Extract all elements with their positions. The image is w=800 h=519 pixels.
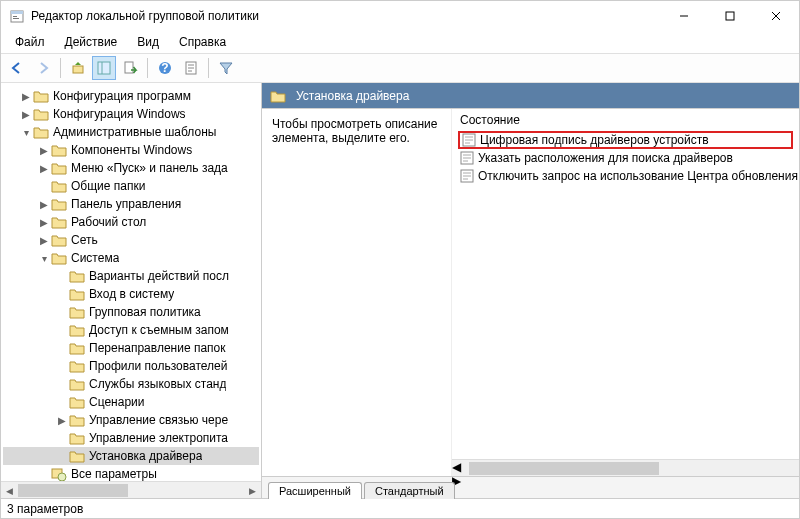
svg-rect-3	[13, 18, 19, 19]
tab-extended[interactable]: Расширенный	[268, 482, 362, 499]
scroll-right-icon[interactable]: ▶	[244, 482, 261, 498]
tree-pane: ▶Конфигурация программ ▶Конфигурация Win…	[1, 83, 262, 498]
forward-button[interactable]	[31, 56, 55, 80]
setting-icon	[462, 133, 476, 147]
tree[interactable]: ▶Конфигурация программ ▶Конфигурация Win…	[1, 83, 261, 481]
folder-icon	[51, 197, 67, 211]
up-button[interactable]	[66, 56, 90, 80]
chevron-right-icon[interactable]: ▶	[37, 235, 51, 246]
settings-list[interactable]: Цифровая подпись драйверов устройств Ука…	[452, 131, 799, 459]
tree-item[interactable]: ▶Меню «Пуск» и панель зада	[3, 159, 259, 177]
tree-item[interactable]: ▶Компоненты Windows	[3, 141, 259, 159]
tree-horizontal-scrollbar[interactable]: ◀ ▶	[1, 481, 261, 498]
svg-rect-2	[13, 16, 17, 17]
menu-help[interactable]: Справка	[171, 33, 234, 51]
folder-icon	[69, 287, 85, 301]
maximize-button[interactable]	[707, 1, 753, 31]
export-button[interactable]	[118, 56, 142, 80]
list-horizontal-scrollbar[interactable]: ◀ ▶	[452, 459, 799, 476]
svg-rect-8	[73, 66, 83, 73]
tree-item[interactable]: Общие папки	[3, 177, 259, 195]
chevron-right-icon[interactable]: ▶	[37, 163, 51, 174]
folder-icon	[69, 305, 85, 319]
folder-icon	[51, 233, 67, 247]
close-button[interactable]	[753, 1, 799, 31]
chevron-down-icon[interactable]: ▾	[37, 253, 51, 264]
help-button[interactable]: ?	[153, 56, 177, 80]
detail-header: Установка драйвера	[262, 83, 799, 109]
svg-rect-1	[11, 11, 23, 14]
folder-icon	[69, 359, 85, 373]
menu-view[interactable]: Вид	[129, 33, 167, 51]
list-item-label: Цифровая подпись драйверов устройств	[480, 133, 709, 147]
tree-item[interactable]: Управление электропита	[3, 429, 259, 447]
minimize-button[interactable]	[661, 1, 707, 31]
setting-icon	[460, 151, 474, 165]
column-header-state[interactable]: Состояние	[452, 109, 799, 131]
scroll-right-icon[interactable]: ▶	[452, 474, 799, 488]
tree-item[interactable]: Перенаправление папок	[3, 339, 259, 357]
main-area: ▶Конфигурация программ ▶Конфигурация Win…	[1, 83, 799, 498]
tree-item[interactable]: Доступ к съемным запом	[3, 321, 259, 339]
description-text: Чтобы просмотреть описание элемента, выд…	[272, 117, 437, 145]
tree-item[interactable]: ▶Панель управления	[3, 195, 259, 213]
tree-item[interactable]: ▶Сеть	[3, 231, 259, 249]
folder-icon	[33, 89, 49, 103]
detail-header-title: Установка драйвера	[296, 89, 409, 103]
chevron-right-icon[interactable]: ▶	[37, 217, 51, 228]
tree-item[interactable]: Службы языковых станд	[3, 375, 259, 393]
tree-item[interactable]: Групповая политика	[3, 303, 259, 321]
scroll-left-icon[interactable]: ◀	[1, 482, 18, 498]
folder-icon	[69, 269, 85, 283]
svg-rect-11	[125, 62, 133, 73]
chevron-right-icon[interactable]: ▶	[19, 109, 33, 120]
chevron-right-icon[interactable]: ▶	[37, 145, 51, 156]
tree-item[interactable]: ▶Конфигурация программ	[3, 87, 259, 105]
tree-item[interactable]: Варианты действий посл	[3, 267, 259, 285]
tree-item[interactable]: Сценарии	[3, 393, 259, 411]
back-button[interactable]	[5, 56, 29, 80]
folder-icon	[69, 323, 85, 337]
tree-item[interactable]: ▶Конфигурация Windows	[3, 105, 259, 123]
folder-icon	[69, 431, 85, 445]
svg-rect-9	[98, 62, 110, 74]
chevron-right-icon[interactable]: ▶	[37, 199, 51, 210]
tree-item[interactable]: ▶Рабочий стол	[3, 213, 259, 231]
list-panel: Состояние Цифровая подпись драйверов уст…	[452, 109, 799, 476]
tab-standard[interactable]: Стандартный	[364, 482, 455, 499]
list-item-highlighted[interactable]: Цифровая подпись драйверов устройств	[458, 131, 793, 149]
show-hide-tree-button[interactable]	[92, 56, 116, 80]
list-item-label: Указать расположения для поиска драйверо…	[478, 151, 733, 165]
list-item-label: Отключить запрос на использование Центра…	[478, 169, 798, 183]
chevron-right-icon[interactable]: ▶	[19, 91, 33, 102]
list-item[interactable]: Указать расположения для поиска драйверо…	[458, 149, 793, 167]
tree-item-selected[interactable]: Установка драйвера	[3, 447, 259, 465]
svg-text:?: ?	[161, 61, 168, 75]
properties-button[interactable]	[179, 56, 203, 80]
chevron-right-icon[interactable]: ▶	[55, 415, 69, 426]
menu-file[interactable]: Файл	[7, 33, 53, 51]
scrollbar-thumb[interactable]	[18, 484, 128, 497]
tree-item[interactable]: Все параметры	[3, 465, 259, 481]
tree-item[interactable]: Профили пользователей	[3, 357, 259, 375]
window-title: Редактор локальной групповой политики	[31, 9, 661, 23]
filter-button[interactable]	[214, 56, 238, 80]
tree-item[interactable]: Вход в систему	[3, 285, 259, 303]
folder-icon	[33, 125, 49, 139]
setting-icon	[460, 169, 474, 183]
scrollbar-thumb[interactable]	[469, 462, 659, 475]
folder-icon	[51, 251, 67, 265]
menu-action[interactable]: Действие	[57, 33, 126, 51]
folder-icon	[69, 449, 85, 463]
description-panel: Чтобы просмотреть описание элемента, выд…	[262, 109, 452, 476]
svg-point-19	[58, 473, 66, 481]
tree-item[interactable]: ▾Административные шаблоны	[3, 123, 259, 141]
folder-icon	[51, 143, 67, 157]
folder-icon	[69, 413, 85, 427]
chevron-down-icon[interactable]: ▾	[19, 127, 33, 138]
tree-item[interactable]: ▶Управление связью чере	[3, 411, 259, 429]
tree-item[interactable]: ▾Система	[3, 249, 259, 267]
menubar: Файл Действие Вид Справка	[1, 31, 799, 53]
window-titlebar: Редактор локальной групповой политики	[1, 1, 799, 31]
list-item[interactable]: Отключить запрос на использование Центра…	[458, 167, 793, 185]
